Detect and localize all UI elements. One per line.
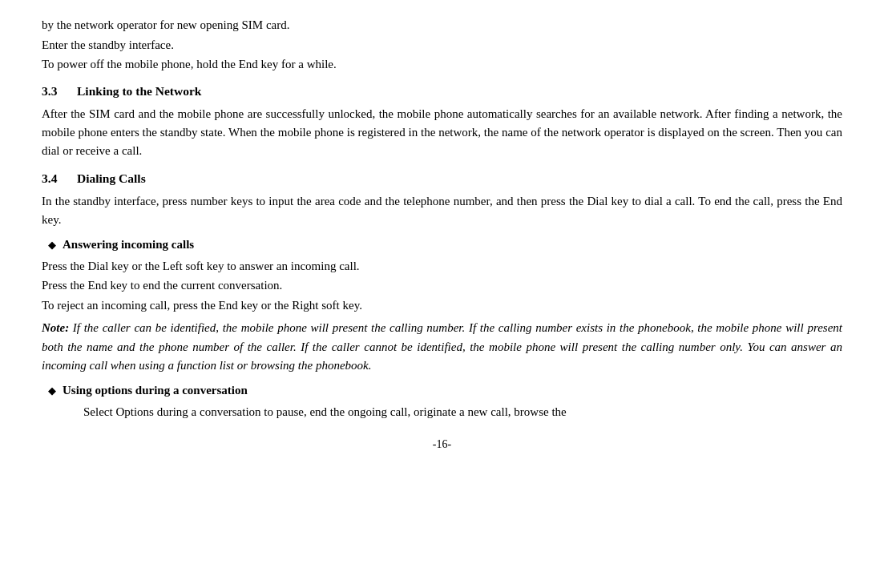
section-34-num: 3.4 [42,169,64,187]
bullet-diamond-2: ◆ [48,383,56,399]
page-content: by the network operator for new opening … [42,16,842,453]
section-34-heading: 3.4 Dialing Calls [42,169,842,187]
answering-line2: Press the End key to end the current con… [42,276,842,295]
section-33-heading: 3.3 Linking to the Network [42,82,842,100]
note-prefix: Note: [42,321,69,334]
bullet-answering: ◆ Answering incoming calls [42,236,842,254]
bullet-options-label: Using options during a conversation [63,381,248,400]
section-33-num: 3.3 [42,82,64,100]
intro-line2: Enter the standby interface. [42,36,842,54]
bullet-using-options: ◆ Using options during a conversation [42,381,842,400]
bullet-answering-label: Answering incoming calls [63,236,194,254]
intro-line3: To power off the mobile phone, hold the … [42,55,842,74]
section-33-title: Linking to the Network [77,82,201,100]
intro-line1: by the network operator for new opening … [42,16,842,34]
section-33-body: After the SIM card and the mobile phone … [42,105,842,161]
section-34-title: Dialing Calls [77,169,146,187]
note-body: If the caller can be identified, the mob… [42,321,842,372]
note-text: Note: If the caller can be identified, t… [42,319,842,375]
options-sub-content: Select Options during a conversation to … [83,403,842,421]
section-34-body: In the standby interface, press number k… [42,192,842,230]
bullet-diamond-1: ◆ [48,237,56,253]
page-number: -16- [42,436,842,453]
answering-line3: To reject an incoming call, press the En… [42,296,842,315]
answering-line1: Press the Dial key or the Left soft key … [42,257,842,276]
